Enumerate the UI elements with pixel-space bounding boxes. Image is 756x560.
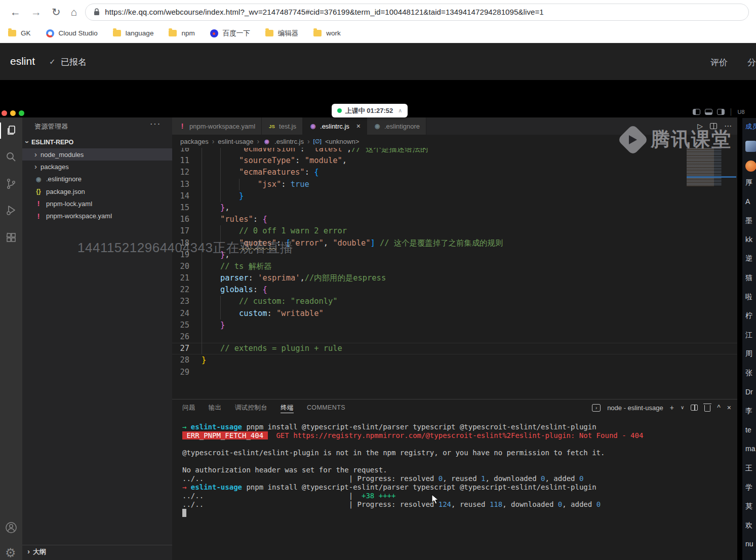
file-tree: ›node_modules›packages◉.eslintignore{}pa… <box>22 148 172 222</box>
file-tree-item[interactable]: !pnpm-workspace.yaml <box>22 210 172 222</box>
active-view-indicator <box>0 123 1 139</box>
reload-icon[interactable]: ↻ <box>52 7 61 17</box>
live-status-bar[interactable]: 上课中 01:27:52 ∧ <box>332 104 408 117</box>
breadcrumb-item[interactable]: packages <box>180 138 209 145</box>
panel-tab[interactable]: COMMENTS <box>307 399 345 416</box>
folder-icon <box>169 30 177 36</box>
back-icon[interactable]: ← <box>10 7 21 17</box>
terminal-dropdown-icon: ∨ <box>681 405 684 410</box>
share-button[interactable]: 分 <box>747 57 756 68</box>
terminal-line <box>182 457 737 466</box>
chevron-right-icon: › <box>34 150 37 158</box>
breadcrumb-item[interactable]: <unknown> <box>325 138 359 145</box>
bookmark-item[interactable]: work <box>313 29 341 37</box>
file-icon: ! <box>34 212 43 220</box>
terminal-session-label: node - eslint-usage <box>607 404 663 412</box>
explorer-icon <box>5 125 17 137</box>
file-label: pnpm-workspace.yaml <box>46 212 112 220</box>
panel-tab[interactable]: 调试控制台 <box>235 399 268 416</box>
course-title: eslint <box>10 55 35 67</box>
breadcrumb-item[interactable]: eslint-usage <box>218 138 253 145</box>
bookmark-label: Cloud Studio <box>59 29 98 37</box>
tab-label: .eslintrc.js <box>320 123 349 130</box>
editor-tab[interactable]: !pnpm-workspace.yaml <box>172 117 262 135</box>
outline-section[interactable]: › 大纲 <box>22 545 172 558</box>
member-name: 学 <box>745 483 752 492</box>
bookmark-item[interactable]: 百度一下 <box>210 29 250 38</box>
code-line: 13"jsx": true <box>172 179 737 190</box>
cloud-studio-icon <box>46 29 54 37</box>
bookmark-label: npm <box>181 29 194 37</box>
code-editor: 10"ecmaVersion": "latest",// 这个是描述语法的11"… <box>172 148 737 399</box>
file-tree-item[interactable]: ◉.eslintignore <box>22 173 172 185</box>
tab-file-icon: ◉ <box>373 123 381 130</box>
panel-tab[interactable]: 输出 <box>209 399 222 416</box>
bookmark-item[interactable]: GK <box>8 29 31 37</box>
bookmark-item[interactable]: language <box>113 29 154 37</box>
baidu-icon <box>210 29 218 37</box>
code-line: 26 <box>172 331 737 343</box>
panel-tab[interactable]: 问题 <box>182 399 195 416</box>
toggle-secondary-sidebar-icon <box>717 109 725 115</box>
search-icon <box>5 151 17 163</box>
folder-icon <box>265 30 273 36</box>
code-line: 16"rules": { <box>172 214 737 225</box>
chevron-right-icon: › <box>27 547 30 555</box>
file-label: pnpm-lock.yaml <box>46 200 92 208</box>
rate-button[interactable]: 评价 <box>710 57 728 68</box>
member-name: 莫 <box>745 502 752 511</box>
member-name: 啦 <box>745 293 752 302</box>
mouse-cursor <box>431 494 440 505</box>
code-line: 27// extends = plugin + rule <box>172 343 737 354</box>
bookmark-item[interactable]: 编辑器 <box>265 29 299 38</box>
bookmark-label: work <box>326 29 341 37</box>
panel-tab[interactable]: 终端 <box>281 399 294 416</box>
file-tree-item[interactable]: ›packages <box>22 161 172 173</box>
bookmark-label: GK <box>21 29 31 37</box>
explorer-title: 资源管理器 <box>34 122 68 131</box>
editor-tab[interactable]: ◉.eslintrc.js× <box>303 117 367 135</box>
workspace-root-label: ESLINT-REPO <box>31 139 73 146</box>
breadcrumb-separator: › <box>212 137 215 145</box>
bookmarks-bar: GKCloud Studiolanguagenpm百度一下编辑器work <box>0 24 756 43</box>
lock-icon <box>94 8 100 16</box>
home-icon[interactable]: ⌂ <box>71 7 77 17</box>
file-tree-item[interactable]: {}package.json <box>22 185 172 197</box>
tab-file-icon: JS <box>268 124 276 129</box>
member-list-header: 成员 <box>745 122 756 131</box>
explorer-more-icon[interactable]: ··· <box>150 119 161 129</box>
workspace-root-row[interactable]: › ESLINT-REPO <box>22 136 172 148</box>
forward-icon[interactable]: → <box>31 7 42 17</box>
breadcrumb-item[interactable]: .eslintrc.js <box>274 138 304 145</box>
activity-bar: ⚙ <box>0 117 22 560</box>
browser-toolbar: ← → ↻ ⌂ https://ke.qq.com/webcourse/inde… <box>0 0 756 24</box>
editor-tab[interactable]: JStest.js <box>262 117 303 135</box>
member-list[interactable]: 成员 厚A墨kk逆猫啦柠江周张Dr李tema王学莫欢nu <box>741 118 756 560</box>
breadcrumb-symbol-icon: [∅] <box>313 138 322 145</box>
terminal-line: → eslint-usage pnpm install @typescript-… <box>182 483 737 492</box>
breadcrumb-separator: › <box>307 137 310 145</box>
file-tree-item[interactable]: ›node_modules <box>22 148 172 161</box>
bookmark-item[interactable]: Cloud Studio <box>46 29 98 37</box>
editor-tab[interactable]: ◉.eslintignore <box>367 117 426 135</box>
brand-watermark: 腾讯课堂 <box>622 127 732 152</box>
file-label: .eslintignore <box>46 175 82 183</box>
member-name: 逆 <box>745 254 752 263</box>
bookmark-label: language <box>126 29 154 37</box>
collapse-chevron-icon[interactable]: ∧ <box>398 107 402 114</box>
toggle-panel-icon <box>705 109 712 115</box>
file-tree-item[interactable]: !pnpm-lock.yaml <box>22 197 172 210</box>
code-line: 12"ecmaFeatures": { <box>172 167 737 178</box>
live-video-region: 上课中 01:27:52 ∧ │ U8 <box>0 80 756 560</box>
terminal-controls: › node - eslint-usage + ∨ ^ × <box>592 399 731 416</box>
code-line: 22globals: { <box>172 284 737 296</box>
address-bar[interactable]: https://ke.qq.com/webcourse/index.html?_… <box>85 4 749 21</box>
bookmark-item[interactable]: npm <box>169 29 194 37</box>
course-header: eslint ✓ 已报名 评价 分 <box>0 43 756 80</box>
live-dot-icon <box>337 108 342 113</box>
viewer-watermark: 144115212964404343正在观看直播 <box>77 239 293 257</box>
close-panel-icon: × <box>727 404 731 411</box>
breadcrumb-separator: › <box>257 137 259 145</box>
terminal-process-icon: › <box>592 404 601 412</box>
close-tab-icon[interactable]: × <box>356 122 361 130</box>
